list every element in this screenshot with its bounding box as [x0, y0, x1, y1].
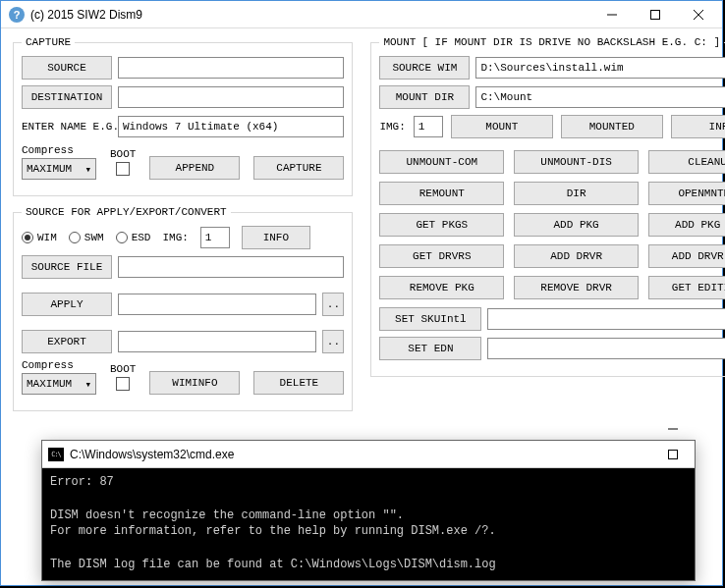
get-drvrs-button[interactable]: GET DRVRS	[379, 244, 504, 268]
cleanup-button[interactable]: CLEANUP	[648, 150, 725, 174]
mount-group: MOUNT[ IF MOUNT DIR IS DRIVE NO BACKSLAS…	[370, 36, 725, 377]
cmd-output[interactable]: Error: 87 DISM doesn't recognize the com…	[42, 468, 695, 580]
svg-rect-1	[651, 10, 660, 19]
name-input[interactable]	[118, 116, 344, 137]
remove-pkg-button[interactable]: REMOVE PKG	[379, 276, 504, 299]
mount-dir-button[interactable]: MOUNT DIR	[379, 85, 470, 109]
cmd-icon: C:\	[48, 448, 64, 461]
src-img-input[interactable]	[200, 227, 230, 248]
chevron-down-icon: ▾	[84, 378, 91, 391]
set-skuintl-input[interactable]	[487, 308, 725, 330]
get-editions-button[interactable]: GET EDITIONS	[648, 276, 725, 299]
set-edn-button[interactable]: SET EDN	[379, 337, 481, 360]
source-wim-input[interactable]	[475, 57, 725, 79]
export-button[interactable]: EXPORT	[22, 330, 112, 353]
titlebar: ? (c) 2015 SIW2 Dism9	[1, 1, 722, 28]
destination-button[interactable]: DESTINATION	[22, 85, 112, 109]
remount-button[interactable]: REMOUNT	[379, 182, 504, 205]
cmd-minimize-button[interactable]	[651, 416, 695, 442]
src-compress-label: Compress	[22, 359, 74, 371]
wiminfo-button[interactable]: WIMINFO	[149, 371, 240, 395]
boot-checkbox[interactable]	[116, 162, 130, 176]
cmd-title: C:\Windows\system32\cmd.exe	[70, 448, 651, 461]
esd-radio[interactable]	[116, 232, 128, 243]
compress-select[interactable]: MAXIMUM ▾	[22, 158, 96, 180]
boot-label: BOOT	[110, 148, 136, 160]
remove-drvr-button[interactable]: REMOVE DRVR	[514, 276, 639, 299]
mount-legend: MOUNT[ IF MOUNT DIR IS DRIVE NO BACKSLAS…	[379, 36, 724, 48]
export-input[interactable]	[118, 331, 316, 352]
chevron-down-icon: ▾	[84, 163, 91, 176]
close-button[interactable]	[677, 2, 720, 27]
mount-img-input[interactable]	[414, 116, 443, 137]
add-drvr-button[interactable]: ADD DRVR	[514, 244, 639, 268]
cmd-titlebar: C:\ C:\Windows\system32\cmd.exe	[42, 441, 695, 468]
maximize-button[interactable]	[634, 2, 677, 27]
source-file-button[interactable]: SOURCE FILE	[22, 255, 112, 279]
mount-img-label: IMG:	[379, 121, 405, 133]
export-browse-button[interactable]: ..	[322, 330, 344, 353]
window-title: (c) 2015 SIW2 Dism9	[30, 8, 590, 22]
set-edn-input[interactable]	[487, 338, 725, 359]
src-boot-checkbox[interactable]	[116, 377, 130, 391]
dir-button[interactable]: DIR	[514, 182, 639, 205]
mount-info-button[interactable]: INFO	[671, 115, 725, 138]
source-convert-legend: SOURCE FOR APPLY/EXPORT/CONVERT	[22, 206, 231, 218]
get-pkgs-button[interactable]: GET PKGS	[379, 213, 504, 237]
help-icon: ?	[9, 7, 25, 23]
cmd-close-button[interactable]	[651, 467, 695, 493]
source-button[interactable]: SOURCE	[22, 56, 112, 80]
delete-button[interactable]: DELETE	[253, 371, 344, 395]
cmd-maximize-button[interactable]	[651, 442, 695, 467]
compress-label: Compress	[22, 144, 74, 156]
src-boot-label: BOOT	[110, 363, 136, 375]
add-pkg-fol-button[interactable]: ADD PKG FOL	[648, 213, 725, 237]
source-convert-group: SOURCE FOR APPLY/EXPORT/CONVERT WIM SWM …	[13, 206, 353, 411]
mounted-button[interactable]: MOUNTED	[561, 115, 663, 138]
unmount-com-button[interactable]: UNMOUNT-COM	[379, 150, 504, 174]
svg-rect-5	[669, 450, 678, 458]
source-wim-button[interactable]: SOURCE WIM	[379, 56, 470, 80]
mount-dir-input[interactable]	[475, 86, 725, 108]
add-drvr-fol-button[interactable]: ADD DRVR FOL	[648, 244, 725, 268]
add-pkg-button[interactable]: ADD PKG	[514, 213, 639, 237]
wim-radio[interactable]	[22, 232, 33, 243]
cmd-window: C:\ C:\Windows\system32\cmd.exe Error: 8…	[41, 440, 696, 581]
capture-button[interactable]: CAPTURE	[253, 156, 344, 180]
openmntdir-button[interactable]: OPENMNTDIR	[648, 182, 725, 205]
apply-input[interactable]	[118, 294, 316, 315]
src-img-label: IMG:	[162, 232, 188, 243]
src-compress-select[interactable]: MAXIMUM ▾	[22, 373, 96, 395]
swm-radio[interactable]	[69, 232, 81, 243]
apply-button[interactable]: APPLY	[22, 293, 112, 316]
source-file-input[interactable]	[118, 256, 344, 278]
apply-browse-button[interactable]: ..	[322, 293, 344, 316]
destination-input[interactable]	[118, 86, 344, 108]
append-button[interactable]: APPEND	[149, 156, 240, 180]
minimize-button[interactable]	[590, 2, 634, 27]
capture-group: CAPTURE SOURCE DESTINATION ENTER NAME E.…	[13, 36, 353, 196]
mount-note: [ IF MOUNT DIR IS DRIVE NO BACKSLASH E.G…	[421, 36, 720, 48]
mount-button[interactable]: MOUNT	[451, 115, 553, 138]
source-input[interactable]	[118, 57, 344, 79]
set-skuintl-button[interactable]: SET SKUIntl	[379, 307, 481, 331]
src-info-button[interactable]: INFO	[242, 226, 310, 249]
enter-name-label: ENTER NAME E.G.:	[22, 121, 112, 133]
capture-legend: CAPTURE	[22, 36, 75, 48]
unmount-dis-button[interactable]: UNMOUNT-DIS	[514, 150, 639, 174]
